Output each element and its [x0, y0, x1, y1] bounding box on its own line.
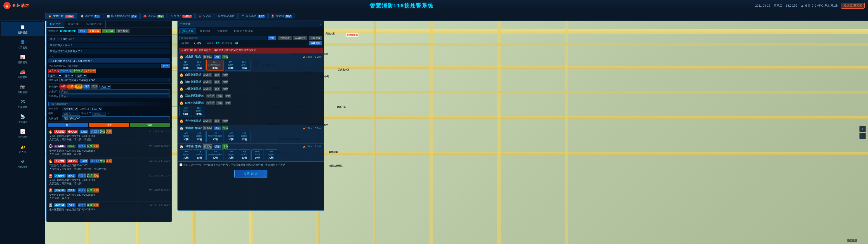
- rebuild-plan-btn[interactable]: 重建调度: [309, 41, 322, 45]
- alarm-1-dispatch-back[interactable]: 调度回: [90, 129, 99, 134]
- sidebar-item-drone[interactable]: 🚁 无人机: [1, 141, 44, 156]
- alarm-1-review[interactable]: 复核: [106, 129, 112, 134]
- alarm-2-dispatch-back[interactable]: 调度回: [78, 144, 86, 148]
- sidebar-item-map[interactable]: 🗺 图像管理: [1, 96, 44, 111]
- address-input[interactable]: [59, 78, 170, 82]
- station-8-dispatch-btn[interactable]: 调派: [214, 126, 221, 130]
- level-4-btn[interactable]: 四级: [83, 85, 90, 89]
- force-search-btn[interactable]: 全部: [268, 36, 276, 40]
- type-tag-rescue[interactable]: 抢险救援: [60, 69, 72, 73]
- station-1-dispatch-btn[interactable]: 调派: [214, 55, 221, 59]
- alarm-subtype-select[interactable]: 火灾类型: [62, 107, 78, 111]
- footer-checkbox-label[interactable]: 自定义调一一辆，智能派出车辆后车牌号，手动添加增加消防站调派车辆，申请消防技术援…: [180, 163, 322, 166]
- alarm-6-dispatch-back[interactable]: 调度回: [78, 203, 86, 207]
- tab-key-unit[interactable]: 📍 重点单位 4652: [238, 13, 268, 19]
- transfer-btn[interactable]: 转警: [89, 123, 129, 127]
- alarm-3-dispatch-back[interactable]: 调度回: [90, 159, 99, 163]
- tab-alarm-a[interactable]: ⚠ 警情A 154652: [167, 13, 195, 19]
- tab-unit-station[interactable]: 🏢 单位类型消防站 215: [103, 13, 140, 19]
- record-btn[interactable]: 录音截取: [88, 29, 101, 33]
- alarm-3-review[interactable]: 复核: [106, 159, 112, 163]
- force-tab-smart[interactable]: 智能调派: [214, 28, 230, 34]
- street-select[interactable]: 选择: [63, 74, 74, 78]
- force-filter-2[interactable]: 二级调度: [293, 36, 307, 40]
- header-user[interactable]: 接线员:王某某: [841, 3, 865, 8]
- footer-checkbox[interactable]: [180, 163, 182, 166]
- type-tag-other[interactable]: 公务活动: [84, 69, 96, 73]
- level-5-btn[interactable]: 五级: [91, 85, 98, 89]
- alarm-4-review[interactable]: 复核: [93, 174, 99, 178]
- more-btn[interactable]: 公务数据: [116, 29, 129, 33]
- alarm-item-3[interactable]: 🔥 火灾类型 高楼火灾 已调度 调度回 反馈 复核 2021-02-20 14:…: [46, 157, 172, 172]
- tab-scheme[interactable]: 指挥方案: [64, 21, 82, 28]
- station-9-dispatch-btn[interactable]: 调派: [214, 145, 221, 148]
- alarm-4-dispatch-back[interactable]: 调度回: [78, 174, 86, 178]
- manager-input[interactable]: [59, 89, 170, 94]
- district-select[interactable]: 选择 金水区 管城区: [49, 74, 62, 78]
- tab-info[interactable]: 信息处置: [46, 21, 64, 28]
- level-3-btn[interactable]: 三级: [75, 85, 83, 89]
- alarm-item-2[interactable]: 🛟 社会救助 调度中 调度回 反馈 复核 2021-02-20 14:23:22…: [46, 143, 172, 157]
- area-select[interactable]: 1-9㎡: [90, 107, 102, 111]
- alarm-6-feedback[interactable]: 反馈: [87, 203, 93, 207]
- tab-dispatch[interactable]: 🔥 接警处置 154652: [45, 13, 77, 19]
- sidebar-item-gps[interactable]: 📡 GPS轨迹: [1, 111, 44, 126]
- fire-addr-input[interactable]: [62, 116, 170, 120]
- level-2-btn[interactable]: 二级: [67, 85, 74, 89]
- alarm-item-1[interactable]: 🔥 火灾类型 建筑火灾 已调度 调度回 反馈 复核 2021-02-20 14:…: [46, 128, 172, 143]
- sidebar-item-dispatch-manage[interactable]: 🚒 调度管理: [1, 67, 44, 81]
- type-tag-fire[interactable]: 火灾救援: [49, 69, 60, 73]
- force-filter-3[interactable]: 三级调度: [309, 36, 322, 40]
- listen-back-btn[interactable]: 回听: [78, 29, 87, 33]
- tab-extinguisher[interactable]: 🧯 灭火器: [195, 13, 214, 19]
- sidebar-item-stats[interactable]: 📈 统计分析: [1, 126, 44, 141]
- station-7-dispatch-btn[interactable]: 调派: [214, 119, 220, 123]
- tab-gas-station[interactable]: ⛽ 加油站 4652: [268, 13, 295, 19]
- detail-input[interactable]: [59, 94, 170, 98]
- lookup-btn[interactable]: 社区联动: [102, 29, 115, 33]
- sidebar-item-video[interactable]: 📷 视频监控: [1, 82, 44, 96]
- search-addr-input[interactable]: [67, 64, 160, 68]
- alarm-4-feedback[interactable]: 反馈: [87, 174, 93, 178]
- alarm-6-review[interactable]: 复核: [93, 203, 99, 207]
- alarm-5-dispatch-back[interactable]: 调度回: [78, 188, 86, 192]
- tab-history[interactable]: 关联发送记录: [82, 21, 105, 28]
- confirm-dispatch-btn[interactable]: 立即调派: [235, 170, 268, 178]
- station-4-dispatch-btn[interactable]: 调派: [214, 87, 220, 91]
- sidebar-item-manage[interactable]: 📊 警情管理: [1, 52, 44, 66]
- sidebar-item-settings[interactable]: ⚙ 系统设置: [1, 156, 44, 171]
- alarm-item-6[interactable]: 🚨 其他出动 已调度 调度回 反馈 复核 2021-02-20 14:23:22…: [46, 202, 172, 213]
- alarm-5-review[interactable]: 复核: [93, 188, 99, 192]
- merge-btn[interactable]: 归并: [49, 123, 88, 127]
- victim-input[interactable]: [92, 112, 106, 116]
- community-select[interactable]: 选择: [75, 74, 87, 78]
- station-2-dispatch-btn[interactable]: 调派: [214, 73, 220, 77]
- force-tab-plan[interactable]: 预案调派: [197, 28, 213, 34]
- force-tab-drone[interactable]: 联动无人机调派: [231, 28, 256, 34]
- station-6-dispatch-btn[interactable]: 调派: [216, 101, 223, 105]
- force-filter-1[interactable]: 一级调度: [278, 36, 291, 40]
- alarm-type-select[interactable]: 火灾 救援: [99, 85, 111, 89]
- alarm-2-review[interactable]: 复核: [93, 144, 99, 148]
- station-3-dispatch-btn[interactable]: 调派: [214, 80, 220, 84]
- force-tab-default[interactable]: 默认调派: [180, 28, 196, 34]
- alarm-1-feedback[interactable]: 反馈: [99, 129, 105, 134]
- alarm-item-4[interactable]: 🚨 其他出动 已调度 调度回 反馈 复核 2021-02-20 14:23:22…: [46, 172, 172, 187]
- save-btn[interactable]: 保存: [130, 123, 170, 127]
- alarm-3-feedback[interactable]: 反馈: [99, 159, 105, 163]
- tab-station[interactable]: 🏠 消防站 215: [78, 13, 103, 19]
- tab-vehicle[interactable]: 🚒 消防车 4652: [141, 13, 167, 19]
- sidebar-item-review[interactable]: 👤 人工复核: [1, 37, 44, 51]
- floor-input[interactable]: [62, 112, 80, 116]
- force-search-input[interactable]: [180, 36, 266, 40]
- tab-hazmat[interactable]: ⚗ 危化品单位: [215, 13, 238, 19]
- station-5-dispatch-btn[interactable]: 调派: [216, 94, 223, 98]
- alarm-5-feedback[interactable]: 反馈: [87, 188, 93, 192]
- force-panel-close[interactable]: ✕: [319, 22, 322, 26]
- type-tag-social[interactable]: 社会救助: [72, 69, 84, 73]
- zoom-out-button[interactable]: −: [860, 133, 866, 139]
- alarm-2-feedback[interactable]: 反馈: [87, 144, 93, 148]
- search-addr-btn[interactable]: 定位: [161, 64, 170, 68]
- zoom-in-button[interactable]: +: [860, 126, 866, 132]
- alarm-item-5[interactable]: 🚨 其他出动 已调度 调度回 反馈 复核 2021-02-20 14:23:22…: [46, 187, 172, 202]
